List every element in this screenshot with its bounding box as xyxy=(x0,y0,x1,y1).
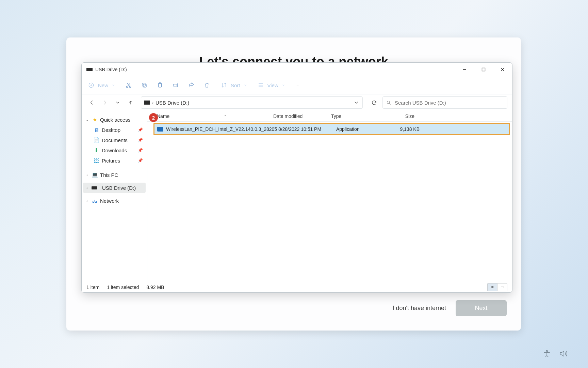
breadcrumb-segment[interactable]: USB Drive (D:) xyxy=(156,100,189,106)
system-tray xyxy=(542,349,568,359)
view-icon xyxy=(257,82,264,89)
file-name: WirelessLan_PIE_DCH_Intel_Z_V22.140.0.3_… xyxy=(166,126,278,132)
details-view-button[interactable]: ≡ xyxy=(487,283,497,291)
chevron-right-icon: › xyxy=(85,186,89,190)
chevron-down-icon[interactable] xyxy=(353,99,360,106)
sort-button[interactable]: Sort xyxy=(220,82,247,89)
no-internet-link[interactable]: I don't have internet xyxy=(392,305,446,312)
sidebar-item-label: This PC xyxy=(100,172,118,178)
file-type: Application xyxy=(336,126,384,132)
search-box[interactable]: Search USB Drive (D:) xyxy=(382,96,507,109)
sidebar-item-network[interactable]: › 🖧 Network xyxy=(83,196,146,206)
svg-rect-1 xyxy=(482,68,485,71)
next-button[interactable]: Next xyxy=(456,300,507,316)
address-bar[interactable]: › USB Drive (D:) xyxy=(141,96,363,109)
window-title: USB Drive (D:) xyxy=(95,67,127,72)
column-headers: Name ⌃ Date modified Type Size xyxy=(147,111,512,122)
maximize-button[interactable] xyxy=(474,63,493,76)
chevron-down-icon: ⌄ xyxy=(85,118,89,122)
new-button[interactable]: New xyxy=(88,82,115,89)
drive-icon xyxy=(144,101,150,105)
chevron-down-icon xyxy=(112,83,115,87)
breadcrumb-separator: › xyxy=(152,100,153,105)
svg-point-0 xyxy=(546,350,548,352)
pin-icon: 📌 xyxy=(138,127,143,132)
annotation-highlight: WirelessLan_PIE_DCH_Intel_Z_V22.140.0.3_… xyxy=(153,123,510,135)
sidebar-item-pictures[interactable]: 🖼 Pictures 📌 xyxy=(83,155,146,166)
drive-icon xyxy=(92,186,97,189)
file-row[interactable]: WirelessLan_PIE_DCH_Intel_Z_V22.140.0.3_… xyxy=(154,124,509,134)
copy-icon[interactable] xyxy=(141,82,148,89)
pc-icon: 💻 xyxy=(92,172,98,178)
sidebar-item-label: Documents xyxy=(102,137,128,143)
network-icon: 🖧 xyxy=(92,198,98,204)
column-name[interactable]: Name xyxy=(157,113,169,119)
more-button[interactable]: ··· xyxy=(295,82,300,88)
pin-icon: 📌 xyxy=(138,148,143,153)
sidebar-item-documents[interactable]: 📄 Documents 📌 xyxy=(83,135,146,145)
plus-circle-icon xyxy=(88,82,95,89)
accessibility-icon[interactable] xyxy=(542,349,551,359)
sort-icon xyxy=(220,82,227,89)
sort-label: Sort xyxy=(231,82,240,88)
thumbnails-view-button[interactable]: ▭ xyxy=(497,283,507,291)
more-label: ··· xyxy=(295,82,300,88)
documents-icon: 📄 xyxy=(93,137,99,143)
column-size[interactable]: Size xyxy=(379,113,419,119)
rename-icon[interactable] xyxy=(172,82,179,89)
sort-indicator-icon: ⌃ xyxy=(224,114,227,118)
chevron-right-icon: › xyxy=(85,199,89,203)
sidebar-item-label: Downloads xyxy=(102,148,127,153)
status-selected-size: 8.92 MB xyxy=(146,285,164,290)
paste-icon xyxy=(157,82,163,89)
sidebar-item-label: Quick access xyxy=(100,117,130,123)
forward-button xyxy=(99,97,110,108)
desktop-icon: 🖥 xyxy=(93,127,99,133)
window-titlebar[interactable]: USB Drive (D:) xyxy=(82,63,512,76)
sidebar-item-label: Pictures xyxy=(102,158,120,164)
share-icon[interactable] xyxy=(188,82,195,89)
svg-rect-9 xyxy=(173,84,177,86)
file-explorer-window: USB Drive (D:) New xyxy=(81,62,512,293)
back-button[interactable] xyxy=(86,97,97,108)
sidebar-item-this-pc[interactable]: › 💻 This PC xyxy=(83,170,146,180)
view-label: View xyxy=(267,82,278,88)
pin-icon: 📌 xyxy=(138,158,143,163)
sidebar-item-label: Network xyxy=(100,198,119,204)
svg-rect-5 xyxy=(143,84,146,87)
refresh-button[interactable] xyxy=(368,97,380,108)
drive-icon xyxy=(86,68,93,71)
new-label: New xyxy=(98,82,108,88)
svg-rect-6 xyxy=(142,83,145,86)
close-button[interactable] xyxy=(493,63,512,76)
search-placeholder: Search USB Drive (D:) xyxy=(395,100,446,106)
sidebar-item-downloads[interactable]: ⬇ Downloads 📌 xyxy=(83,145,146,155)
search-icon xyxy=(386,100,391,105)
column-date[interactable]: Date modified xyxy=(273,113,331,119)
pictures-icon: 🖼 xyxy=(93,157,99,164)
view-button[interactable]: View xyxy=(257,82,285,89)
sidebar-item-desktop[interactable]: 🖥 Desktop 📌 xyxy=(83,125,146,135)
chevron-down-icon xyxy=(282,83,285,87)
recent-button[interactable] xyxy=(112,97,123,108)
file-list-pane: 2 Name ⌃ Date modified Type Size Wireles… xyxy=(147,111,512,282)
sidebar-item-usb-drive[interactable]: › USB Drive (D:) xyxy=(83,183,146,193)
minimize-button[interactable] xyxy=(455,63,474,76)
file-date: 8/28/2022 10:51 PM xyxy=(278,126,336,132)
cut-icon[interactable] xyxy=(125,82,132,89)
column-type[interactable]: Type xyxy=(331,113,379,119)
status-bar: 1 item 1 item selected 8.92 MB ≡ ▭ xyxy=(82,282,512,292)
oobe-actions: I don't have internet Next xyxy=(392,300,507,316)
star-icon: ★ xyxy=(92,117,98,123)
svg-point-10 xyxy=(387,101,390,104)
navigation-pane: ⌄ ★ Quick access 🖥 Desktop 📌 📄 Documents… xyxy=(82,111,147,282)
pin-icon: 📌 xyxy=(138,138,143,142)
status-selected: 1 item selected xyxy=(107,285,139,290)
file-size: 9,138 KB xyxy=(384,126,424,132)
up-button[interactable] xyxy=(125,97,136,108)
downloads-icon: ⬇ xyxy=(93,147,99,153)
volume-icon[interactable] xyxy=(559,349,568,359)
delete-icon[interactable] xyxy=(203,82,210,89)
sidebar-item-quick-access[interactable]: ⌄ ★ Quick access xyxy=(83,114,146,125)
sidebar-item-label: USB Drive (D:) xyxy=(102,185,136,191)
